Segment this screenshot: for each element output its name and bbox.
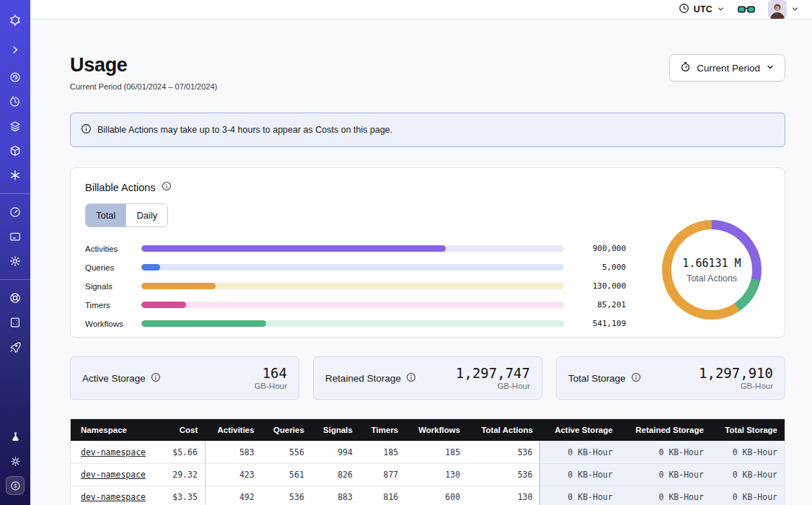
donut-total-label: Total Actions [687, 273, 737, 284]
bar-track [141, 283, 564, 289]
namespace-cell: dev-namespace [71, 442, 162, 464]
info-icon[interactable] [631, 372, 641, 385]
tab-total[interactable]: Total [86, 204, 125, 227]
bar-label: Activities [85, 245, 141, 253]
total-storage-value: 1,297,910 [699, 366, 773, 381]
active-storage-value: 164 [255, 366, 287, 381]
table-cell: 536 [467, 442, 540, 464]
table-cell: 423 [205, 464, 261, 486]
table-header-cell: Total Actions [467, 419, 540, 442]
period-dropdown-button[interactable]: Current Period [669, 54, 785, 82]
table-header-cell: Active Storage [540, 419, 620, 442]
temporal-logo-icon[interactable] [6, 12, 25, 30]
theme-sun-icon[interactable] [6, 452, 25, 470]
period-button-label: Current Period [697, 63, 760, 74]
app-window: $ UTC [0, 0, 812, 505]
table-cell: 130 [405, 464, 467, 486]
collapse-chevron-icon[interactable] [6, 40, 25, 59]
total-storage-unit: GB-Hour [699, 382, 773, 390]
retained-storage-unit: GB-Hour [456, 382, 530, 390]
bar-track [141, 264, 564, 271]
bar-row-timers: Timers85,201 [85, 299, 626, 310]
svg-text:$: $ [14, 483, 17, 489]
chevron-down-icon [766, 63, 775, 74]
labs-flask-icon[interactable] [6, 427, 25, 446]
stopwatch-icon [680, 61, 691, 74]
retained-storage-label: Retained Storage [325, 373, 401, 384]
chevron-down-icon [717, 3, 725, 16]
table-cell: 0 KB-Hour [540, 464, 620, 486]
nexus-asterisk-icon[interactable] [6, 166, 25, 185]
bar-row-signals: Signals130,000 [85, 281, 626, 291]
namespace-usage-table: NamespaceCostActivitiesQueriesSignalsTim… [70, 418, 785, 505]
billable-actions-card: Billable Actions Total Daily Activities9… [70, 167, 785, 338]
table-cell: $3.35 [162, 486, 206, 505]
info-icon[interactable] [151, 372, 161, 385]
bar-chart: Activities900,000Queries5,000Signals130,… [85, 243, 626, 329]
timezone-selector[interactable]: UTC [679, 3, 725, 17]
table-cell: 883 [312, 486, 360, 505]
table-cell: 0 KB-Hour [540, 442, 620, 464]
info-icon [81, 123, 92, 136]
namespace-link[interactable]: dev-namespace [81, 447, 146, 457]
table-cell: 556 [262, 442, 312, 464]
billing-card-icon[interactable] [6, 227, 25, 246]
schedules-icon[interactable] [6, 92, 25, 111]
active-storage-unit: GB-Hour [255, 382, 287, 390]
info-icon[interactable] [162, 181, 172, 193]
bar-fill [141, 320, 266, 327]
bar-label: Workflows [85, 320, 141, 328]
bar-value: 130,000 [574, 281, 626, 291]
bar-fill [141, 264, 160, 271]
table-cell: 826 [312, 464, 360, 486]
table-header-cell: Cost [162, 419, 206, 442]
table-cell: 583 [205, 442, 261, 464]
table-cell: 0 KB-Hour [620, 464, 711, 486]
support-lifebuoy-icon[interactable] [6, 289, 25, 307]
table-header-cell: Activities [205, 419, 261, 442]
sidebar-divider [0, 279, 30, 280]
usage-cost-coin-icon[interactable]: $ [6, 476, 25, 495]
user-avatar [768, 0, 787, 19]
page-subtitle: Current Period (06/01/2024 – 07/01/2024) [70, 82, 217, 91]
bar-label: Signals [85, 282, 141, 291]
settings-gear-icon[interactable] [6, 252, 25, 271]
rocket-icon[interactable] [6, 338, 25, 356]
table-cell: 994 [312, 442, 360, 464]
active-storage-card: Active Storage 164 GB-Hour [70, 356, 299, 400]
table-cell: 29.32 [162, 464, 206, 486]
namespace-link[interactable]: dev-namespace [81, 492, 146, 502]
tab-daily[interactable]: Daily [125, 204, 167, 227]
table-cell: 0 KB-Hour [540, 486, 620, 505]
bar-value: 541,109 [574, 319, 626, 328]
deployments-layers-icon[interactable] [6, 117, 25, 136]
bar-fill [141, 245, 446, 252]
bar-track [141, 302, 564, 308]
usage-gauge-icon[interactable] [6, 203, 25, 221]
glasses-button[interactable] [738, 4, 755, 14]
table-cell: 0 KB-Hour [620, 486, 711, 505]
bar-track [141, 320, 564, 327]
account-menu[interactable] [768, 0, 799, 19]
table-header: NamespaceCostActivitiesQueriesSignalsTim… [71, 419, 785, 442]
table-cell: 492 [205, 486, 261, 505]
page-title: Usage [70, 54, 217, 76]
sidebar: $ [0, 0, 30, 505]
table-row: dev-namespace$5.665835569941851855360 KB… [71, 442, 785, 464]
cube-icon[interactable] [6, 141, 25, 160]
info-icon[interactable] [406, 372, 416, 385]
bar-value: 900,000 [574, 244, 626, 253]
namespace-link[interactable]: dev-namespace [81, 470, 146, 480]
table-header-cell: Signals [312, 419, 360, 442]
table-cell: 0 KB-Hour [620, 442, 711, 464]
timezone-label: UTC [694, 4, 712, 14]
donut-chart: 1.66131 M Total Actions [662, 220, 762, 320]
table-cell: 185 [405, 442, 467, 464]
namespaces-icon[interactable] [6, 68, 25, 87]
table-header-cell: Timers [360, 419, 405, 442]
retained-storage-card: Retained Storage 1,297,747 GB-Hour [313, 356, 542, 400]
docs-book-icon[interactable] [6, 313, 25, 332]
billable-actions-title: Billable Actions [85, 182, 156, 193]
bar-row-queries: Queries5,000 [85, 262, 626, 273]
donut-total-value: 1.66131 M [682, 257, 741, 270]
